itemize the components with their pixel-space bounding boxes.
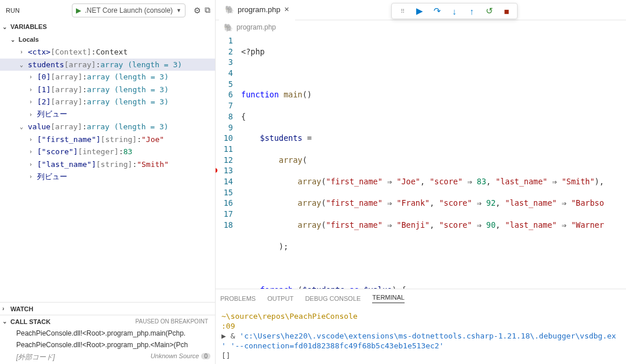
callstack-frame-2[interactable]: PeachPieConsole.dll!<Root>.program_php.<… — [0, 339, 215, 351]
panel-tabs: PROBLEMS OUTPUT DEBUG CONSOLE TERMINAL 3… — [216, 289, 626, 308]
chevron-down-icon: ⌄ — [2, 318, 10, 325]
var-students-2[interactable]: ›[2] [array]: array (length = 3) — [0, 96, 215, 108]
php-file-icon: 🐘 — [225, 5, 234, 14]
chevron-down-icon: ▼ — [176, 8, 181, 13]
variables-tree: ›<ctx> [Context]: Context ⌄students [arr… — [0, 46, 215, 302]
terminal-panel: PROBLEMS OUTPUT DEBUG CONSOLE TERMINAL 3… — [216, 289, 626, 364]
chevron-down-icon: ⌄ — [2, 24, 10, 30]
locals-header[interactable]: ⌄ Locals — [0, 33, 215, 46]
callstack-frame-1[interactable]: PeachPieConsole.dll!<Root>.program_php.m… — [0, 327, 215, 339]
tab-output[interactable]: OUTPUT — [267, 295, 293, 302]
step-over-button[interactable]: ↷ — [429, 4, 445, 18]
chevron-right-icon: › — [2, 305, 10, 312]
continue-button[interactable]: ▶ — [412, 4, 428, 18]
code-editor[interactable]: 123456789101112 13 1415161718 <?php func… — [216, 34, 626, 289]
code-body[interactable]: <?php function main() { $students = arra… — [241, 34, 626, 289]
var-ctx[interactable]: ›<ctx> [Context]: Context — [0, 46, 215, 59]
launch-label: .NET Core Launch (console) — [85, 6, 173, 14]
terminal-body[interactable]: ~\source\repos\PeachPieConsole :09 ▶ & '… — [216, 308, 626, 364]
tab-terminal[interactable]: TERMINAL — [372, 294, 405, 303]
editor-panel: ⠿ ▶ ↷ ↓ ↑ ↺ ■ 🐘 program.php ✕ 🐘 program.… — [216, 0, 626, 364]
step-into-button[interactable]: ↓ — [446, 4, 463, 18]
var-column-view-2[interactable]: ›列ビュー — [0, 170, 215, 183]
close-icon[interactable]: ✕ — [284, 6, 289, 13]
var-value-last-name[interactable]: ›["last_name"] [string]: "Smith" — [0, 158, 215, 171]
var-column-view-1[interactable]: ›列ビュー — [0, 108, 215, 121]
callstack-header[interactable]: ⌄ CALL STACK PAUSED ON BREAKPOINT — [0, 315, 215, 327]
var-students-0[interactable]: ›[0] [array]: array (length = 3) — [0, 71, 215, 83]
restart-button[interactable]: ↺ — [481, 4, 497, 18]
start-debug-icon[interactable]: ▶ — [76, 6, 81, 14]
debug-sidebar: RUN ▶ .NET Core Launch (console) ▼ ⚙ ⧉ ⌄… — [0, 0, 216, 364]
debug-console-icon[interactable]: ⧉ — [205, 5, 210, 15]
drag-handle-icon[interactable]: ⠿ — [394, 4, 410, 18]
line-gutter: 123456789101112 13 1415161718 — [216, 34, 241, 289]
stop-button[interactable]: ■ — [498, 4, 515, 18]
callstack-external[interactable]: [外部コード] Unknown Source0 — [0, 351, 215, 364]
chevron-down-icon: ⌄ — [10, 37, 19, 43]
variables-header[interactable]: ⌄ VARIABLES — [0, 20, 215, 33]
tab-problems[interactable]: PROBLEMS — [220, 295, 256, 302]
debug-toolbar[interactable]: ⠿ ▶ ↷ ↓ ↑ ↺ ■ — [391, 3, 518, 19]
tab-debug-console[interactable]: DEBUG CONSOLE — [305, 295, 361, 302]
launch-config-dropdown[interactable]: ▶ .NET Core Launch (console) ▼ — [72, 3, 185, 17]
var-value-score[interactable]: ›["score"] [integer]: 83 — [0, 145, 215, 158]
breadcrumb[interactable]: 🐘 program.php — [216, 20, 626, 34]
run-header: RUN ▶ .NET Core Launch (console) ▼ ⚙ ⧉ — [0, 0, 215, 20]
run-title: RUN — [5, 7, 20, 14]
var-value-first-name[interactable]: ›["first_name"] [string]: "Joe" — [0, 133, 215, 146]
breakpoint-icon[interactable] — [216, 168, 218, 173]
var-students[interactable]: ⌄students [array]: array (length = 3) — [0, 59, 215, 71]
watch-header[interactable]: › WATCH — [0, 302, 215, 315]
php-file-icon: 🐘 — [224, 23, 233, 32]
var-students-1[interactable]: ›[1] [array]: array (length = 3) — [0, 83, 215, 96]
tab-program-php[interactable]: 🐘 program.php ✕ — [219, 0, 295, 20]
callstack-status: PAUSED ON BREAKPOINT — [136, 318, 213, 325]
gear-icon[interactable]: ⚙ — [194, 6, 201, 15]
step-out-button[interactable]: ↑ — [464, 4, 480, 18]
var-value[interactable]: ⌄value [array]: array (length = 3) — [0, 121, 215, 133]
